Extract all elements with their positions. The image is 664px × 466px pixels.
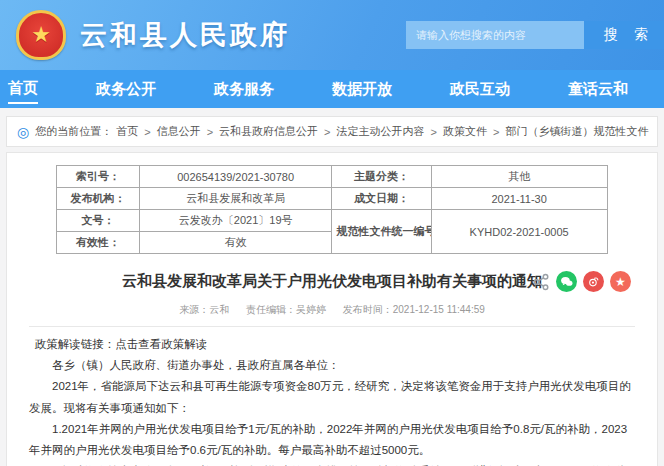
index-number-label: 索引号：	[57, 166, 140, 188]
nav-item-fairytale-yunhe[interactable]: 童话云和	[568, 76, 628, 103]
article-paragraph: 1.2021年并网的户用光伏发电项目给予1元/瓦的补助，2022年并网的户用光伏…	[29, 419, 635, 462]
divider	[29, 326, 635, 327]
nav-item-open-data[interactable]: 数据开放	[332, 76, 392, 103]
breadcrumb-item-info-disclosure[interactable]: 信息公开	[157, 124, 201, 139]
breadcrumb-item-normative-docs[interactable]: 部门（乡镇街道）规范性文件	[505, 124, 648, 139]
emblem-star-icon: ★	[31, 24, 51, 46]
article-body: 政策解读链接：点击查看政策解读 各乡（镇）人民政府、街道办事处，县政府直属各单位…	[29, 334, 635, 466]
written-date-value: 2021-11-30	[431, 188, 607, 210]
table-row: 文号： 云发改办〔2021〕19号 规范性文件统一编号： KYHD02-2021…	[57, 210, 607, 232]
share-icons: ★	[532, 271, 631, 292]
site-header: ★ 云和县人民政府 搜 索	[0, 0, 664, 70]
table-row: 发布机构： 云和县发展和改革局 成文日期： 2021-11-30	[57, 188, 607, 210]
page-title: 云和县发展和改革局关于户用光伏发电项目补助有关事项的通知	[99, 270, 565, 292]
topic-value: 其他	[431, 166, 607, 188]
breadcrumb-item-statutory-content[interactable]: 法定主动公开内容	[337, 124, 425, 139]
search-button[interactable]: 搜 索	[584, 21, 664, 49]
location-icon: ◎	[17, 125, 29, 139]
agency-value: 云和县发展和改革局	[139, 188, 332, 210]
breadcrumb-separator: >	[493, 126, 499, 138]
nav-item-gov-disclosure[interactable]: 政务公开	[96, 76, 156, 103]
editor: 责任编辑：吴婷婷	[246, 304, 326, 315]
normative-code-label: 规范性文件统一编号：	[332, 210, 431, 254]
doc-number-label: 文号：	[57, 210, 140, 232]
nav-item-home[interactable]: 首页	[8, 75, 38, 104]
nav-item-interaction[interactable]: 政民互动	[450, 76, 510, 103]
breadcrumb-item-home[interactable]: 首页	[116, 124, 138, 139]
source: 来源：云和	[179, 304, 229, 315]
article-paragraph: 2.补助资金按电力公司出具的并网时间先后顺序给予安排，按照谁投资谁受益的原则进行…	[29, 461, 635, 466]
normative-code-value: KYHD02-2021-0005	[431, 210, 607, 254]
written-date-label: 成文日期：	[332, 188, 431, 210]
wechat-share-icon[interactable]	[556, 271, 577, 292]
site-title: 云和县人民政府	[80, 17, 290, 53]
breadcrumb-separator: >	[144, 126, 150, 138]
validity-value: 有效	[139, 232, 332, 254]
publish-time: 发布时间：2021-12-15 11:44:59	[343, 304, 485, 315]
agency-label: 发布机构：	[57, 188, 140, 210]
breadcrumb-prefix: 您的当前位置：	[35, 124, 112, 139]
content-box: 索引号： 002654139/2021-30780 主题分类： 其他 发布机构：…	[6, 152, 658, 466]
table-row: 索引号： 002654139/2021-30780 主题分类： 其他	[57, 166, 607, 188]
validity-label: 有效性：	[57, 232, 140, 254]
title-row: 云和县发展和改革局关于户用光伏发电项目补助有关事项的通知	[29, 270, 635, 292]
nav-item-gov-services[interactable]: 政务服务	[214, 76, 274, 103]
article-paragraph: 2021年，省能源局下达云和县可再生能源专项资金80万元，经研究，决定将该笔资金…	[29, 376, 635, 419]
breadcrumb-item-policy-docs[interactable]: 政策文件	[443, 124, 487, 139]
article-paragraph: 各乡（镇）人民政府、街道办事处，县政府直属各单位：	[29, 355, 635, 376]
policy-interpretation-link[interactable]: 政策解读链接：点击查看政策解读	[29, 334, 635, 355]
search-input[interactable]	[406, 21, 584, 49]
share-icon[interactable]	[532, 273, 550, 291]
document-meta-table: 索引号： 002654139/2021-30780 主题分类： 其他 发布机构：…	[56, 165, 607, 254]
main-nav: 首页 政务公开 政务服务 数据开放 政民互动 童话云和	[0, 70, 664, 108]
weibo-share-icon[interactable]	[583, 271, 604, 292]
doc-number-value: 云发改办〔2021〕19号	[139, 210, 332, 232]
national-emblem-logo: ★	[16, 10, 66, 60]
breadcrumb-separator: >	[207, 126, 213, 138]
topic-label: 主题分类：	[332, 166, 431, 188]
breadcrumb-item-county-disclosure[interactable]: 云和县政府信息公开	[219, 124, 318, 139]
search-area: 搜 索	[406, 21, 664, 49]
breadcrumb-separator: >	[431, 126, 437, 138]
qzone-share-icon[interactable]: ★	[610, 271, 631, 292]
breadcrumb: ◎ 您的当前位置： 首页 > 信息公开 > 云和县政府信息公开 > 法定主动公开…	[6, 116, 658, 147]
breadcrumb-separator: >	[324, 126, 330, 138]
source-line: 来源：云和 责任编辑：吴婷婷 发布时间：2021-12-15 11:44:59	[29, 303, 635, 317]
index-number-value: 002654139/2021-30780	[139, 166, 332, 188]
